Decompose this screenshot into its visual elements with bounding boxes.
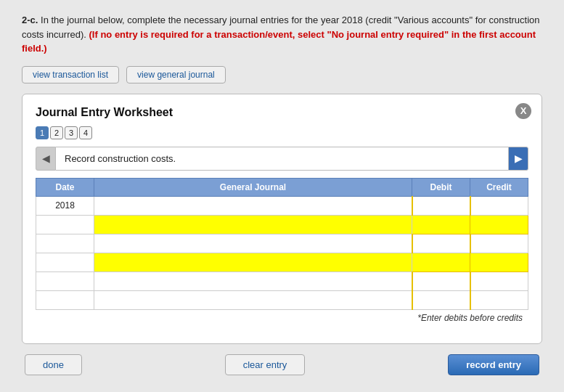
general-journal-input-0[interactable] <box>94 197 412 215</box>
navigation-row: ◀ Record construction costs. ▶ <box>36 147 528 171</box>
general-journal-cell-3[interactable] <box>94 253 412 271</box>
done-button[interactable]: done <box>25 354 82 375</box>
date-cell-2 <box>36 234 94 253</box>
debit-input-0[interactable] <box>413 197 470 215</box>
header-date: Date <box>36 178 94 196</box>
header-credit: Credit <box>470 178 528 196</box>
credit-input-4[interactable] <box>471 272 528 290</box>
header-general-journal: General Journal <box>94 178 412 196</box>
date-cell-0: 2018 <box>36 196 94 215</box>
view-general-journal-button[interactable]: view general journal <box>126 66 226 83</box>
top-button-group: view transaction list view general journ… <box>22 66 542 83</box>
date-cell-4 <box>36 271 94 290</box>
nav-next-button[interactable]: ▶ <box>508 147 528 171</box>
general-journal-cell-2[interactable] <box>94 234 412 253</box>
table-header-row: Date General Journal Debit Credit <box>36 178 528 196</box>
credit-input-2[interactable] <box>471 234 528 253</box>
worksheet-title: Journal Entry Worksheet <box>36 106 528 119</box>
date-cell-1 <box>36 215 94 234</box>
red-instruction: (If no entry is required for a transacti… <box>22 29 536 54</box>
general-journal-cell-5[interactable] <box>94 290 412 309</box>
page-tab-1[interactable]: 1 <box>36 126 49 139</box>
page-tab-3[interactable]: 3 <box>65 126 78 139</box>
general-journal-input-2[interactable] <box>94 234 412 253</box>
debit-input-3[interactable] <box>412 253 470 271</box>
debit-cell-3[interactable] <box>412 253 470 271</box>
debit-credit-note: *Enter debits before credits <box>36 313 528 323</box>
general-journal-input-3[interactable] <box>94 253 412 271</box>
debit-cell-2[interactable] <box>412 234 470 253</box>
page-tabs: 1 2 3 4 <box>36 126 528 139</box>
table-row <box>36 271 528 290</box>
credit-input-5[interactable] <box>471 291 528 309</box>
credit-input-0[interactable] <box>471 197 528 215</box>
general-journal-cell-1[interactable] <box>94 215 412 234</box>
table-row <box>36 290 528 309</box>
general-journal-input-4[interactable] <box>94 272 412 290</box>
bottom-button-group: done clear entry record entry <box>22 354 542 375</box>
date-cell-3 <box>36 253 94 271</box>
worksheet-panel: Journal Entry Worksheet X 1 2 3 4 ◀ Reco… <box>22 94 542 344</box>
credit-cell-5[interactable] <box>470 290 528 309</box>
debit-cell-5[interactable] <box>412 290 470 309</box>
table-row <box>36 215 528 234</box>
credit-cell-1[interactable] <box>470 215 528 234</box>
debit-cell-4[interactable] <box>412 271 470 290</box>
credit-cell-3[interactable] <box>470 253 528 271</box>
table-row: 2018 <box>36 196 528 215</box>
general-journal-input-1[interactable] <box>94 216 412 234</box>
table-row <box>36 253 528 271</box>
nav-content-text: Record construction costs. <box>56 147 508 171</box>
debit-cell-0[interactable] <box>412 196 470 215</box>
instruction-block: 2-c. In the journal below, complete the … <box>22 13 542 56</box>
credit-cell-0[interactable] <box>470 196 528 215</box>
page-tab-2[interactable]: 2 <box>50 126 63 139</box>
journal-table: Date General Journal Debit Credit 2018 <box>36 178 528 310</box>
general-journal-cell-0[interactable] <box>94 196 412 215</box>
item-label: 2-c. <box>22 15 38 25</box>
page-tab-4[interactable]: 4 <box>79 126 92 139</box>
credit-input-1[interactable] <box>470 216 528 234</box>
nav-prev-button[interactable]: ◀ <box>36 147 56 171</box>
table-row <box>36 234 528 253</box>
header-debit: Debit <box>412 178 470 196</box>
debit-input-4[interactable] <box>413 272 470 290</box>
debit-cell-1[interactable] <box>412 215 470 234</box>
debit-input-1[interactable] <box>412 216 470 234</box>
credit-input-3[interactable] <box>470 253 528 271</box>
general-journal-input-5[interactable] <box>94 291 412 309</box>
credit-cell-2[interactable] <box>470 234 528 253</box>
credit-cell-4[interactable] <box>470 271 528 290</box>
general-journal-cell-4[interactable] <box>94 271 412 290</box>
debit-input-2[interactable] <box>413 234 470 253</box>
view-transaction-button[interactable]: view transaction list <box>22 66 119 83</box>
record-entry-button[interactable]: record entry <box>448 354 539 375</box>
close-button[interactable]: X <box>515 103 531 119</box>
debit-input-5[interactable] <box>413 291 470 309</box>
date-cell-5 <box>36 290 94 309</box>
clear-entry-button[interactable]: clear entry <box>225 354 306 375</box>
